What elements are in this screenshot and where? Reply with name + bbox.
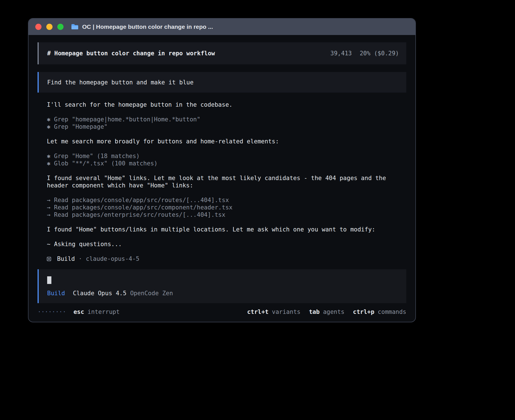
agent-status: Build · claude-opus-4-5 (38, 255, 406, 262)
agent-model: claude-opus-4-5 (86, 255, 139, 262)
zoom-button[interactable] (57, 24, 64, 30)
tool-call-grep: ✱ Grep "homepage|home.*button|Home.*butt… (47, 116, 406, 123)
model-label[interactable]: Claude Opus 4.5 (73, 290, 126, 297)
tool-call-glob: ✱ Glob "**/*.tsx" (100 matches) (47, 160, 406, 167)
context-usage: 20% ($0.29) (360, 50, 399, 57)
kbd-tab-label: agents (323, 308, 344, 316)
kbd-hint-agents: tab agents (309, 308, 344, 316)
tool-call-read: → Read packages/console/app/src/componen… (47, 204, 406, 211)
assistant-text: I found "Home" buttons/links in multiple… (47, 226, 406, 233)
spinner-dots: ········ (38, 308, 66, 316)
agent-name: Build (57, 255, 75, 262)
conversation: I'll search for the homepage button in t… (38, 101, 406, 248)
folder-icon (71, 23, 79, 30)
prompt-input[interactable]: Build Claude Opus 4.5 OpenCode Zen (38, 269, 406, 303)
agent-icon (47, 257, 51, 261)
tool-call-grep: ✱ Grep "Homepage" (47, 123, 406, 130)
kbd-hint-commands: ctrl+p commands (353, 308, 406, 316)
tool-call-read: → Read packages/enterprise/src/routes/[.… (47, 211, 406, 218)
kbd-esc-label: interrupt (88, 308, 120, 316)
tool-call-grep: ✱ Grep "Home" (18 matches) (47, 152, 406, 160)
kbd-ctrl-t-label: variants (272, 308, 300, 316)
assistant-text: I'll search for the homepage button in t… (47, 101, 406, 108)
minimize-button[interactable] (46, 24, 53, 30)
terminal-content: # Homepage button color change in repo w… (29, 35, 415, 316)
input-footer: Build Claude Opus 4.5 OpenCode Zen (47, 290, 398, 297)
session-header: # Homepage button color change in repo w… (38, 42, 406, 64)
statusbar: ········ esc interrupt ctrl+t variants t… (38, 308, 406, 316)
titlebar[interactable]: OC | Homepage button color change in rep… (29, 19, 415, 35)
user-message-text: Find the homepage button and make it blu… (47, 79, 193, 86)
kbd-tab: tab (309, 308, 320, 316)
kbd-ctrl-t: ctrl+t (247, 308, 269, 316)
statusbar-right: ctrl+t variants tab agents ctrl+p comman… (247, 308, 406, 316)
token-count: 39,413 (330, 50, 352, 57)
session-title: # Homepage button color change in repo w… (47, 50, 215, 57)
session-stats: 39,413 20% ($0.29) (330, 50, 399, 57)
kbd-esc: esc (73, 308, 84, 316)
agent-mode-label[interactable]: Build (47, 290, 65, 297)
kbd-ctrl-p: ctrl+p (353, 308, 374, 316)
statusbar-left: ········ esc interrupt (38, 308, 120, 316)
close-button[interactable] (35, 24, 42, 30)
user-message: Find the homepage button and make it blu… (38, 72, 406, 93)
provider-label: OpenCode Zen (130, 290, 173, 297)
assistant-status-text: ~ Asking questions... (47, 240, 406, 248)
terminal-window: OC | Homepage button color change in rep… (28, 18, 416, 322)
kbd-ctrl-p-label: commands (378, 308, 406, 316)
traffic-lights (35, 24, 64, 30)
text-cursor (47, 276, 51, 284)
assistant-text: Let me search more broadly for buttons a… (47, 138, 406, 145)
kbd-hint-variants: ctrl+t variants (247, 308, 300, 316)
agent-separator: · (78, 255, 82, 262)
tool-call-read: → Read packages/console/app/src/routes/[… (47, 196, 406, 204)
assistant-text: I found several "Home" links. Let me loo… (47, 174, 406, 189)
window-title: OC | Homepage button color change in rep… (82, 23, 213, 30)
